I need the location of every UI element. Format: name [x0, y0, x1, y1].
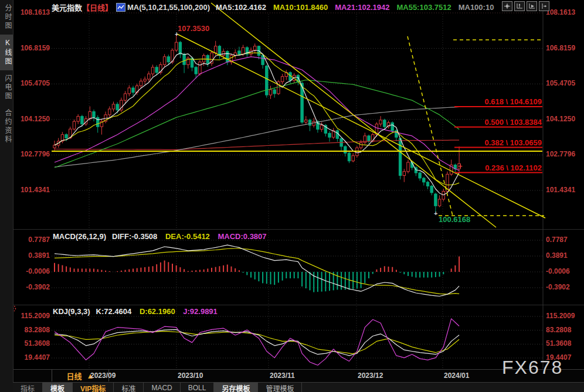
symbol-name: 美元指数 — [52, 2, 82, 13]
fib-level-236: 0.236 \ 102.1102 — [453, 163, 542, 172]
price-tick-label: -0.3902 — [13, 283, 50, 291]
price-tick-label: 83.2808 — [546, 326, 571, 334]
ma21-value: MA21:102.1942 — [335, 3, 389, 12]
chart-type-sidebar: 分时图 K线图 闪电图 合约资料 — [0, 0, 13, 392]
low-price-annotation: 100.6168 — [439, 215, 470, 224]
price-tick-label: 105.4705 — [546, 79, 575, 87]
price-tick-label: 0.7787 — [546, 236, 568, 244]
period-tag: 【日线】 — [82, 2, 113, 13]
price-chart-canvas[interactable] — [0, 0, 584, 392]
price-tick-label: 101.4341 — [546, 186, 575, 194]
axis-scale-up-icon[interactable] — [514, 1, 525, 11]
price-tick-label: 108.1613 — [13, 8, 50, 16]
kdj-label-row: KDJ(9,3,3)K:72.4604 D:62.1960 J:92.9891 — [53, 307, 218, 316]
sidebar-item-kline[interactable]: K线图 — [0, 35, 13, 70]
fib-level-382: 0.382 \ 103.0659 — [453, 138, 542, 147]
tab-indicators[interactable]: 指标 — [13, 383, 43, 392]
month-label: 2024/01 — [444, 371, 469, 380]
month-label: 2023/12 — [358, 371, 383, 380]
tab-vip-indicators[interactable]: VIP指标 — [73, 383, 114, 392]
month-label: 2023/09 — [90, 371, 116, 380]
macd-diff-value: DIFF:-0.3508 — [112, 232, 157, 241]
price-tick-label: 108.1613 — [546, 8, 575, 16]
price-tick-label: 105.4705 — [13, 79, 50, 87]
tab-manage-template[interactable]: 管理模板 — [258, 383, 302, 392]
fib-level-500: 0.500 \ 103.8384 — [453, 118, 542, 127]
line-chart-icon[interactable] — [116, 3, 125, 12]
price-tick-label: 101.4341 — [13, 186, 50, 194]
ma-settings-label: MA(5,10,21,55,100,200) — [127, 3, 210, 12]
ma55-value: MA55:103.7512 — [396, 3, 451, 12]
tab-macd[interactable]: MACD — [144, 383, 180, 392]
price-tick-label: 104.1250 — [13, 115, 50, 123]
kdj-j-value: J:92.9891 — [183, 307, 218, 316]
macd-label-row: MACD(26,12,9)DIFF:-0.3508 DEA:-0.5412 MA… — [53, 232, 267, 241]
price-tick-label: 102.7796 — [13, 150, 50, 158]
price-tick-label: 0.7787 — [13, 236, 50, 244]
bottom-tab-bar: 指标 模板 VIP指标 标准 MACD BOLL 另存模板 管理模板 — [13, 382, 584, 392]
chart-toolbar — [502, 1, 549, 11]
kdj-name: KDJ(9,3,3) — [53, 307, 90, 316]
tab-save-template[interactable]: 另存模板 — [214, 383, 258, 392]
price-tick-label: 19.4407 — [13, 353, 50, 362]
exit-chart-icon[interactable] — [539, 1, 549, 11]
price-tick-label: 51.3608 — [13, 339, 50, 347]
price-tick-label: -0.0006 — [546, 267, 570, 275]
price-tick-label: 102.7796 — [546, 150, 575, 158]
month-label: 2023/10 — [178, 371, 203, 380]
high-price-annotation: 107.3530 — [178, 24, 209, 33]
last-price-marker: + — [458, 162, 463, 171]
sidebar-item-timeshare[interactable]: 分时图 — [0, 0, 13, 35]
price-tick-label: 115.2009 — [13, 312, 50, 320]
price-tick-label: 0.3891 — [546, 251, 568, 260]
tab-boll[interactable]: BOLL — [181, 383, 215, 392]
watermark: FX678 — [502, 357, 563, 379]
price-tick-label: 83.2808 — [13, 326, 50, 334]
price-tick-label: -0.0006 — [13, 267, 50, 275]
price-tick-label: -0.3902 — [546, 283, 570, 291]
price-tick-label: 115.2009 — [546, 312, 575, 320]
price-tick-label: 51.3608 — [546, 339, 571, 347]
kdj-d-value: D:62.1960 — [140, 307, 175, 316]
charting-app: 美元指数【日线】 MA(5,10,21,55,100,200) MA5:102.… — [0, 0, 584, 392]
ma10-value: MA10:101.8460 — [273, 3, 328, 12]
macd-macd-value: MACD:0.3807 — [218, 232, 266, 241]
fib-level-618: 0.618 \ 104.6109 — [453, 97, 542, 106]
ma100-value: MA100:10 — [459, 3, 494, 12]
high-cross-marker: + — [175, 30, 178, 38]
price-tick-label: 104.1250 — [546, 115, 575, 123]
axis-play-icon[interactable] — [527, 1, 537, 11]
month-label: 2023/11 — [270, 371, 295, 380]
tab-templates[interactable]: 模板 — [43, 383, 73, 392]
title-bar: 美元指数【日线】 MA(5,10,21,55,100,200) MA5:102.… — [52, 2, 494, 12]
price-tick-label: 0.3891 — [13, 251, 50, 260]
low-cross-marker: + — [434, 210, 437, 217]
macd-name: MACD(26,12,9) — [53, 232, 106, 241]
kdj-k-value: K:72.4604 — [96, 307, 132, 316]
period-label: 日线 — [67, 370, 82, 381]
ma5-value: MA5:102.4162 — [216, 3, 266, 12]
sidebar-item-contract-info[interactable]: 合约资料 — [0, 105, 13, 148]
macd-dea-value: DEA:-0.5412 — [165, 232, 210, 241]
price-tick-label: 106.8159 — [546, 44, 575, 52]
pan-crosshair-icon[interactable] — [502, 1, 512, 11]
tab-standard[interactable]: 标准 — [114, 383, 144, 392]
sidebar-item-lightning[interactable]: 闪电图 — [0, 70, 13, 105]
price-tick-label: 106.8159 — [13, 44, 50, 52]
